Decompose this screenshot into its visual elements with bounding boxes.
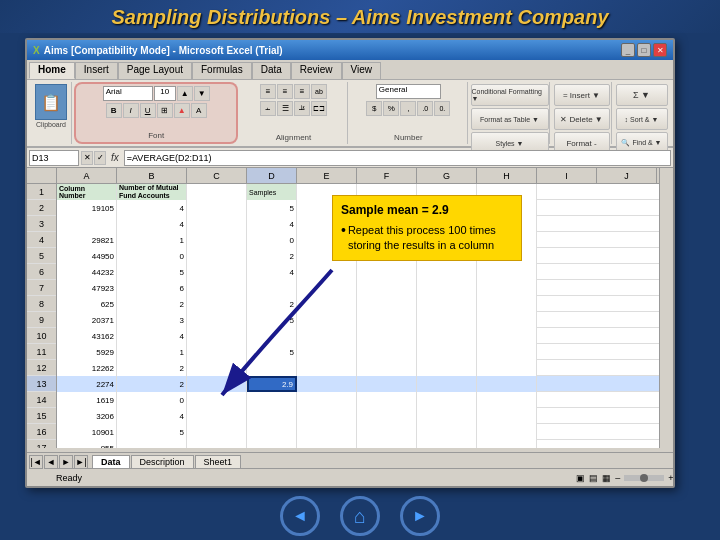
col-header-g[interactable]: G bbox=[417, 168, 477, 183]
cell-g13[interactable] bbox=[417, 376, 477, 392]
align-center-button[interactable]: ☰ bbox=[277, 101, 293, 116]
cell-d10[interactable] bbox=[247, 328, 297, 344]
cell-c7[interactable] bbox=[187, 280, 247, 296]
cell-b9[interactable]: 3 bbox=[117, 312, 187, 328]
col-header-b[interactable]: B bbox=[117, 168, 187, 183]
cell-a4[interactable]: 29821 bbox=[57, 232, 117, 248]
merge-button[interactable]: ⊏⊐ bbox=[311, 101, 327, 116]
borders-button[interactable]: ⊞ bbox=[157, 103, 173, 118]
cell-g7[interactable] bbox=[417, 280, 477, 296]
cell-a8[interactable]: 625 bbox=[57, 296, 117, 312]
confirm-entry-button[interactable]: ✓ bbox=[94, 151, 106, 165]
percent-button[interactable]: % bbox=[383, 101, 399, 116]
cell-f14[interactable] bbox=[357, 392, 417, 408]
font-size-input[interactable]: 10 bbox=[154, 86, 176, 101]
vertical-scrollbar[interactable] bbox=[659, 184, 673, 448]
restore-button[interactable]: □ bbox=[637, 43, 651, 57]
col-header-d[interactable]: D bbox=[247, 168, 297, 183]
autosum-button[interactable]: Σ ▼ bbox=[616, 84, 668, 106]
cell-g12[interactable] bbox=[417, 360, 477, 376]
tab-view[interactable]: View bbox=[342, 62, 382, 79]
cell-a11[interactable]: 5929 bbox=[57, 344, 117, 360]
cell-f9[interactable] bbox=[357, 312, 417, 328]
cell-d12[interactable] bbox=[247, 360, 297, 376]
cell-c2[interactable] bbox=[187, 200, 247, 216]
cell-c11[interactable] bbox=[187, 344, 247, 360]
cell-b13[interactable]: 2 bbox=[117, 376, 187, 392]
cell-b2[interactable]: 4 bbox=[117, 200, 187, 216]
cell-g8[interactable] bbox=[417, 296, 477, 312]
cell-a9[interactable]: 20371 bbox=[57, 312, 117, 328]
cell-f6[interactable] bbox=[357, 264, 417, 280]
tab-review[interactable]: Review bbox=[291, 62, 342, 79]
cell-d15[interactable] bbox=[247, 408, 297, 424]
align-top-left-button[interactable]: ≡ bbox=[260, 84, 276, 99]
cell-f17[interactable] bbox=[357, 440, 417, 448]
cell-b14[interactable]: 0 bbox=[117, 392, 187, 408]
cell-h15[interactable] bbox=[477, 408, 537, 424]
cell-e10[interactable] bbox=[297, 328, 357, 344]
cell-d7[interactable] bbox=[247, 280, 297, 296]
cell-h16[interactable] bbox=[477, 424, 537, 440]
cell-a12[interactable]: 12262 bbox=[57, 360, 117, 376]
font-size-down-button[interactable]: ▼ bbox=[194, 86, 210, 101]
tab-insert[interactable]: Insert bbox=[75, 62, 118, 79]
cell-b10[interactable]: 4 bbox=[117, 328, 187, 344]
cell-a2[interactable]: 19105 bbox=[57, 200, 117, 216]
cell-b7[interactable]: 6 bbox=[117, 280, 187, 296]
cell-b4[interactable]: 1 bbox=[117, 232, 187, 248]
col-header-c[interactable]: C bbox=[187, 168, 247, 183]
cell-b3[interactable]: 4 bbox=[117, 216, 187, 232]
align-top-right-button[interactable]: ≡ bbox=[294, 84, 310, 99]
cell-e7[interactable] bbox=[297, 280, 357, 296]
cell-e8[interactable] bbox=[297, 296, 357, 312]
decrease-decimal-button[interactable]: 0. bbox=[434, 101, 450, 116]
cell-d6[interactable]: 4 bbox=[247, 264, 297, 280]
cell-c8[interactable] bbox=[187, 296, 247, 312]
sort-filter-button[interactable]: ↕ Sort & ▼ bbox=[616, 108, 668, 130]
name-box[interactable]: D13 bbox=[29, 150, 79, 166]
cell-g6[interactable] bbox=[417, 264, 477, 280]
cell-a10[interactable]: 43162 bbox=[57, 328, 117, 344]
cell-c10[interactable] bbox=[187, 328, 247, 344]
cell-h17[interactable] bbox=[477, 440, 537, 448]
cell-c1[interactable] bbox=[187, 184, 247, 200]
prev-button[interactable]: ◄ bbox=[280, 496, 320, 536]
cell-e12[interactable] bbox=[297, 360, 357, 376]
increase-decimal-button[interactable]: .0 bbox=[417, 101, 433, 116]
view-pagebreak-icon[interactable]: ▦ bbox=[602, 473, 611, 483]
underline-button[interactable]: U bbox=[140, 103, 156, 118]
view-layout-icon[interactable]: ▤ bbox=[589, 473, 598, 483]
cell-c15[interactable] bbox=[187, 408, 247, 424]
cell-f11[interactable] bbox=[357, 344, 417, 360]
cell-a17[interactable]: 855 bbox=[57, 440, 117, 448]
align-left-button[interactable]: ⫠ bbox=[260, 101, 276, 116]
cell-a3[interactable] bbox=[57, 216, 117, 232]
sheet-nav-first[interactable]: |◄ bbox=[29, 455, 43, 469]
cell-g9[interactable] bbox=[417, 312, 477, 328]
formula-input[interactable]: =AVERAGE(D2:D11) bbox=[124, 150, 671, 166]
cell-f10[interactable] bbox=[357, 328, 417, 344]
cell-e9[interactable] bbox=[297, 312, 357, 328]
cell-a5[interactable]: 44950 bbox=[57, 248, 117, 264]
align-top-center-button[interactable]: ≡ bbox=[277, 84, 293, 99]
tab-page-layout[interactable]: Page Layout bbox=[118, 62, 192, 79]
cell-h13[interactable] bbox=[477, 376, 537, 392]
col-header-a[interactable]: A bbox=[57, 168, 117, 183]
align-right-button[interactable]: ⫡ bbox=[294, 101, 310, 116]
conditional-formatting-button[interactable]: Conditional Formatting ▼ bbox=[471, 84, 549, 106]
cell-h7[interactable] bbox=[477, 280, 537, 296]
cell-c13[interactable] bbox=[187, 376, 247, 392]
next-button[interactable]: ► bbox=[400, 496, 440, 536]
cell-a14[interactable]: 1619 bbox=[57, 392, 117, 408]
font-color-button[interactable]: A bbox=[191, 103, 207, 118]
cell-d9[interactable]: 5 bbox=[247, 312, 297, 328]
cell-d4[interactable]: 0 bbox=[247, 232, 297, 248]
cell-g15[interactable] bbox=[417, 408, 477, 424]
cell-f7[interactable] bbox=[357, 280, 417, 296]
cell-g14[interactable] bbox=[417, 392, 477, 408]
cell-d13[interactable]: 2.9 bbox=[247, 376, 297, 392]
sheet-tab-sheet1[interactable]: Sheet1 bbox=[195, 455, 242, 469]
tab-data[interactable]: Data bbox=[252, 62, 291, 79]
cell-b5[interactable]: 0 bbox=[117, 248, 187, 264]
